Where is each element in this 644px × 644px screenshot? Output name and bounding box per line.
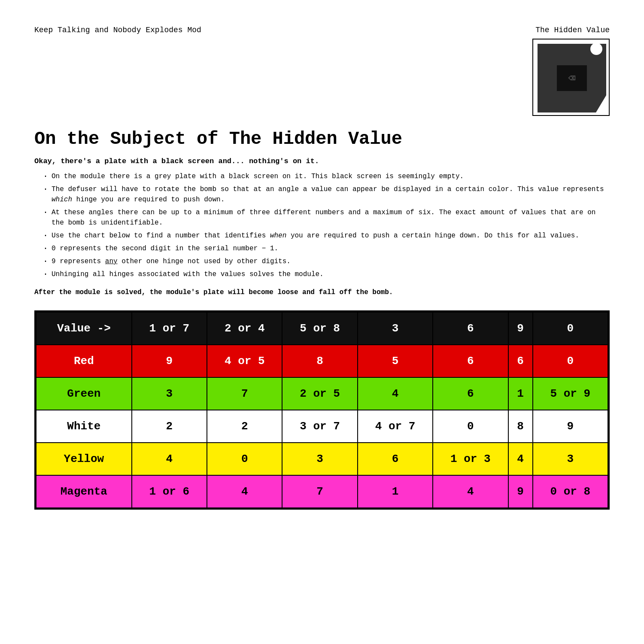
cell-yellow-6: 1 or 3 [433,443,508,475]
cell-green-6: 6 [433,377,508,410]
col-header-1or7: 1 or 7 [132,312,207,345]
bullet-4: Use the chart below to find a number tha… [43,231,610,241]
cell-red-1or7: 9 [132,345,207,377]
col-header-3: 3 [358,312,433,345]
bullet-3: At these angles there can be up to a min… [43,207,610,228]
bullet-6: 9 represents any other one hinge not use… [43,256,610,267]
text-area: On the Subject of The Hidden Value Okay,… [34,125,610,310]
table-row-green: Green 3 7 2 or 5 4 6 1 5 or 9 [36,377,608,410]
cell-green-9: 1 [508,377,533,410]
bullet-2: The defuser will have to rotate the bomb… [43,184,610,205]
col-header-0: 0 [533,312,608,345]
table-row-yellow: Yellow 4 0 3 6 1 or 3 4 3 [36,443,608,475]
screen-icon: ⌫ [568,71,576,85]
cell-red-9: 6 [508,345,533,377]
cell-green-0: 5 or 9 [533,377,608,410]
values-table: Value -> 1 or 7 2 or 4 5 or 8 3 6 9 0 Re… [36,312,608,508]
cell-white-1or7: 2 [132,410,207,443]
table-container: Value -> 1 or 7 2 or 4 5 or 8 3 6 9 0 Re… [34,310,610,510]
header-right: The Hidden Value [535,26,610,34]
col-header-value: Value -> [36,312,132,345]
cell-red-5or8: 8 [282,345,357,377]
cell-yellow-9: 4 [508,443,533,475]
cell-yellow-2or4: 0 [207,443,282,475]
cell-magenta-5or8: 7 [282,475,357,508]
cell-yellow-5or8: 3 [282,443,357,475]
cell-white-0: 9 [533,410,608,443]
bullet-1: On the module there is a grey plate with… [43,171,610,182]
page-title: On the Subject of The Hidden Value [34,129,610,149]
col-header-2or4: 2 or 4 [207,312,282,345]
bullet-5: 0 represents the second digit in the ser… [43,243,610,254]
cell-white-5or8: 3 or 7 [282,410,357,443]
col-header-5or8: 5 or 8 [282,312,357,345]
cell-magenta-1or7: 1 or 6 [132,475,207,508]
cell-green-5or8: 2 or 5 [282,377,357,410]
module-screen: ⌫ [557,65,587,91]
cell-red-3: 5 [358,345,433,377]
cell-red-0: 0 [533,345,608,377]
cell-white-2or4: 2 [207,410,282,443]
col-header-9: 9 [508,312,533,345]
cell-magenta-2or4: 4 [207,475,282,508]
header-left: Keep Talking and Nobody Explodes Mod [34,26,201,34]
cell-white-6: 0 [433,410,508,443]
cell-green-2or4: 7 [207,377,282,410]
intro-text: Okay, there's a plate with a black scree… [34,157,610,165]
bullets-list: On the module there is a grey plate with… [34,171,610,279]
cell-magenta-9: 9 [508,475,533,508]
cell-white-9: 8 [508,410,533,443]
after-text: After the module is solved, the module's… [34,287,610,298]
row-label-green: Green [36,377,132,410]
cell-yellow-0: 3 [533,443,608,475]
cell-green-1or7: 3 [132,377,207,410]
table-header-row: Value -> 1 or 7 2 or 4 5 or 8 3 6 9 0 [36,312,608,345]
row-label-white: White [36,410,132,443]
row-label-yellow: Yellow [36,443,132,475]
cell-yellow-1or7: 4 [132,443,207,475]
table-row-red: Red 9 4 or 5 8 5 6 6 0 [36,345,608,377]
bullet-7: Unhinging all hinges associated with the… [43,269,610,279]
cell-magenta-6: 4 [433,475,508,508]
row-label-red: Red [36,345,132,377]
cell-red-2or4: 4 or 5 [207,345,282,377]
cell-yellow-3: 6 [358,443,433,475]
table-row-magenta: Magenta 1 or 6 4 7 1 4 9 0 or 8 [36,475,608,508]
page-header: Keep Talking and Nobody Explodes Mod The… [34,26,610,116]
table-row-white: White 2 2 3 or 7 4 or 7 0 8 9 [36,410,608,443]
cell-red-6: 6 [433,345,508,377]
cell-magenta-0: 0 or 8 [533,475,608,508]
col-header-6: 6 [433,312,508,345]
cell-green-3: 4 [358,377,433,410]
content-area: On the Subject of The Hidden Value Okay,… [34,125,610,310]
module-circle [590,43,602,55]
cell-white-3: 4 or 7 [358,410,433,443]
cell-magenta-3: 1 [358,475,433,508]
row-label-magenta: Magenta [36,475,132,508]
module-image: ⌫ [532,39,610,116]
